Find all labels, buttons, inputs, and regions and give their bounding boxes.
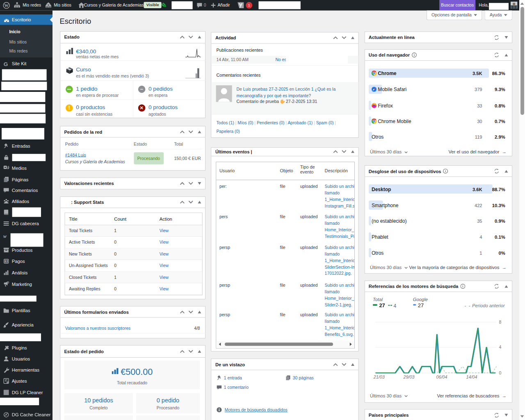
svg-text:W: W [4,3,9,8]
svg-text:w: w [3,233,7,239]
svg-text:G: G [4,61,8,67]
svg-text:$: $ [5,260,7,263]
